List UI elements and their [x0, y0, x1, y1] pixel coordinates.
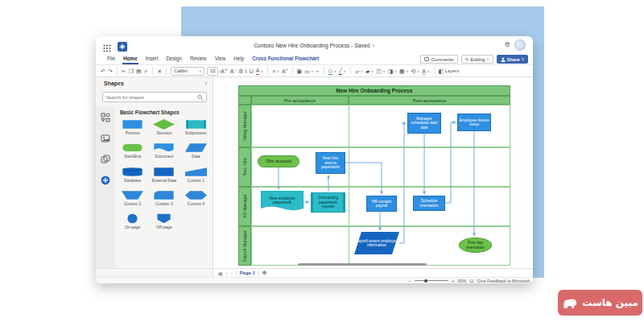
tab-home[interactable]: Home: [119, 54, 142, 64]
shapes-stencil-icon[interactable]: [101, 113, 110, 122]
page-list-icon[interactable]: ▦: [218, 270, 223, 276]
stencil-shape-data[interactable]: Data: [181, 142, 211, 159]
node-employee-device-setup[interactable]: Employee device setup: [457, 114, 491, 131]
bold-button[interactable]: B: [239, 68, 243, 75]
font-color-menu[interactable]: A∨: [256, 67, 263, 75]
stencil-shape-custom2[interactable]: Custom 2: [118, 190, 147, 206]
delete-button[interactable]: ✕: [157, 68, 162, 75]
stencil-shape-external[interactable]: External Data: [149, 167, 179, 183]
node-hr-contact-payroll[interactable]: HR contact payroll: [366, 196, 397, 212]
cut-button[interactable]: ✂: [122, 68, 126, 75]
comments-button[interactable]: Comments: [420, 55, 457, 64]
shrink-font-button[interactable]: A⁻: [230, 68, 237, 75]
redo-button[interactable]: ↷: [108, 68, 113, 75]
node-onboarding-paperwork-request[interactable]: Onboarding paperwork request: [311, 192, 345, 213]
ungroup-menu[interactable]: ◨∨: [388, 68, 397, 75]
node-schedule-orientation[interactable]: Schedule orientation: [413, 196, 445, 211]
phase-pre-acceptance[interactable]: Pre-acceptance: [251, 96, 349, 105]
copy-button[interactable]: ❐: [129, 68, 134, 75]
my-shapes-icon[interactable]: [101, 155, 110, 164]
drawing-canvas[interactable]: New Hire Onboarding ProcessPre-acceptanc…: [213, 77, 533, 268]
italic-button[interactable]: I: [246, 68, 247, 75]
text-direction-menu[interactable]: A̲∨: [422, 68, 429, 75]
connector-button[interactable]: ⌐: [316, 68, 320, 75]
add-page-icon[interactable]: ⊕: [262, 270, 267, 276]
editing-mode-button[interactable]: ✎ Editing ∨: [461, 55, 493, 64]
shape-thumbnail-data: [185, 142, 207, 153]
stencil-shape-custom4[interactable]: Custom 4: [181, 190, 211, 206]
shape-menu[interactable]: ▭∨: [304, 68, 313, 75]
stencil-shape-offpage[interactable]: Off-page: [149, 213, 179, 229]
share-button[interactable]: Share ∨: [497, 55, 528, 64]
node-manager-schedules-start-date[interactable]: Manager schedules start date: [407, 113, 441, 134]
stencil-shape-document[interactable]: Document: [149, 142, 179, 159]
node-offer-accepted[interactable]: Offer accepted: [258, 155, 299, 167]
lane-label-payroll-manager[interactable]: Payroll Manager: [238, 226, 251, 266]
zoom-in-icon[interactable]: +: [452, 279, 455, 283]
node-payroll-enters-employee-information[interactable]: Payroll enters employee information: [354, 232, 399, 254]
stencil-shape-startend[interactable]: Start/End: [118, 142, 147, 159]
rotate-menu[interactable]: ⟲∨: [411, 68, 420, 75]
stencil-shape-database[interactable]: Database: [118, 167, 147, 183]
add-shapes-icon[interactable]: [101, 175, 110, 185]
lane-label-new-hire[interactable]: New Hire: [238, 147, 251, 187]
zoom-out-icon[interactable]: −: [409, 279, 412, 283]
status-bar: − + 50% ⊡ Give Feedback to Microsoft: [96, 277, 533, 283]
tab-view[interactable]: View: [211, 54, 230, 64]
format-painter-button[interactable]: ✓: [144, 68, 149, 75]
zoom-level[interactable]: 50%: [458, 279, 467, 283]
stencil-shape-subprocess[interactable]: Subprocess: [181, 119, 211, 135]
fit-to-window-icon[interactable]: ⊡: [469, 278, 473, 283]
previous-page-icon[interactable]: ‹: [226, 270, 228, 275]
bring-forward-menu[interactable]: ▱∨: [355, 68, 363, 75]
node-new-hire-returns-paperwork[interactable]: New hire returns paperwork: [316, 152, 345, 174]
tab-insert[interactable]: Insert: [142, 54, 163, 64]
shape-search-input[interactable]: [103, 95, 197, 100]
flowchart-title[interactable]: New Hire Onboarding Process: [238, 85, 510, 96]
paste-button[interactable]: ▤: [136, 68, 142, 75]
tab-file[interactable]: File: [103, 54, 119, 64]
tab-review[interactable]: Review: [186, 54, 211, 64]
font-family-select[interactable]: Calibri∨: [171, 67, 204, 76]
align-menu[interactable]: ≡∨: [272, 68, 279, 75]
group-menu[interactable]: ◫∨: [376, 68, 385, 75]
tab-help[interactable]: Help: [229, 54, 248, 64]
lane-label-hiring-manager[interactable]: Hiring Manager: [238, 105, 251, 147]
tab-cross-functional-flowchart[interactable]: Cross Functional Flowchart: [248, 54, 323, 64]
stencil-shape-process[interactable]: Process: [118, 119, 147, 135]
grow-font-button[interactable]: A⁺: [221, 68, 227, 75]
text-size-menu[interactable]: A°: [282, 68, 287, 75]
feedback-link[interactable]: Give Feedback to Microsoft: [477, 279, 530, 283]
page-tab[interactable]: Page 1: [240, 270, 255, 275]
line-color-menu[interactable]: ╱∨: [339, 67, 346, 75]
fill-color-menu[interactable]: ◇∨: [328, 67, 336, 75]
textbox-button[interactable]: ▣: [297, 68, 303, 75]
next-page-icon[interactable]: ›: [231, 270, 233, 275]
send-backward-menu[interactable]: ▰∨: [365, 68, 374, 75]
account-avatar[interactable]: [514, 39, 526, 51]
document-title-text[interactable]: Contoso New Hire Onboarding Process - Sa…: [254, 43, 369, 48]
font-size-select[interactable]: 12∨: [207, 67, 218, 76]
images-icon[interactable]: [101, 134, 110, 143]
stencil-shape-decision[interactable]: Decision: [149, 119, 179, 135]
saved-status-chevron-icon[interactable]: ∨: [373, 43, 375, 47]
horizontal-scrollbar[interactable]: [298, 263, 427, 266]
align-shapes-menu[interactable]: ▦∨: [399, 68, 408, 75]
phase-post-acceptance[interactable]: Post-acceptance: [349, 96, 510, 105]
underline-button[interactable]: U: [250, 68, 254, 75]
zoom-slider[interactable]: [415, 280, 448, 281]
node-first-day-orientation[interactable]: First day orientation: [459, 237, 492, 253]
stencil-shape-custom1[interactable]: Custom 1: [181, 167, 211, 183]
collapse-panel-icon[interactable]: ‹: [205, 80, 207, 86]
node-new-employee-paperwork[interactable]: New employee paperwork: [261, 191, 303, 213]
tab-design[interactable]: Design: [162, 54, 186, 64]
stencil-shape-custom3[interactable]: Custom 3: [149, 190, 179, 206]
editing-label: Editing: [471, 57, 485, 62]
layers-button[interactable]: ◧Layers: [439, 68, 460, 75]
lane-label-hr-manager[interactable]: HR Manager: [238, 187, 251, 226]
shape-thumbnail-process: [122, 119, 143, 130]
stencil-shape-onpage[interactable]: On-page: [118, 213, 147, 229]
settings-gear-icon[interactable]: ⚙: [505, 40, 510, 50]
zoom-slider-handle[interactable]: [424, 279, 427, 283]
undo-button[interactable]: ↶: [101, 68, 105, 75]
